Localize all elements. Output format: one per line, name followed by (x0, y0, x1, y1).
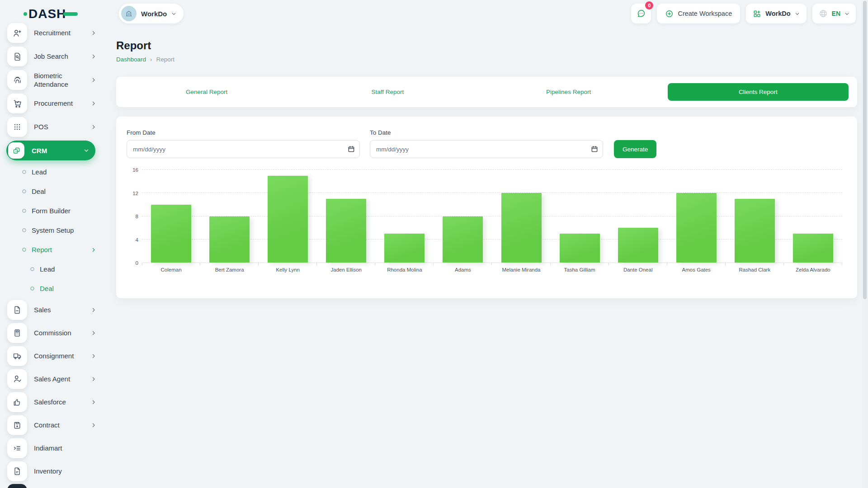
logo-dot (24, 12, 27, 16)
page-scrollbar (862, 0, 868, 488)
fingerprint-icon (7, 70, 27, 90)
tab-staff-report[interactable]: Staff Report (297, 77, 478, 107)
sidebar-subitem-report-deal-active[interactable]: Deal (7, 279, 116, 298)
truck-icon (7, 346, 27, 366)
sidebar-item-label: CRM (32, 147, 47, 155)
language-selector[interactable]: EN (812, 4, 856, 23)
sidebar-item-label: Job Search (34, 52, 68, 61)
x-axis-label: Melanie Miranda (492, 267, 550, 272)
chat-icon (636, 9, 646, 19)
sidebar-item-label: Procurement (34, 99, 73, 108)
from-date-input[interactable] (127, 140, 360, 158)
calculator-icon (7, 323, 27, 343)
sidebar-item-job-search[interactable]: Job Search (7, 45, 116, 68)
sidebar-item-label: Indiamart (34, 444, 62, 453)
sidebar-subitem-report-active[interactable]: Report (7, 240, 116, 259)
calendar-icon[interactable] (591, 145, 598, 153)
sidebar-item-inventory[interactable]: Inventory (7, 460, 116, 483)
dash-logo: DASH (24, 6, 78, 22)
save-icon (7, 415, 27, 435)
chevron-right-icon (91, 77, 96, 83)
sidebar-item-salesforce[interactable]: Salesforce (7, 390, 116, 413)
sidebar-subitem-form-builder[interactable]: Form Builder (7, 201, 116, 221)
chart-bar (735, 199, 775, 263)
workspace-selector[interactable]: WorkDo (119, 4, 184, 23)
sidebar-item-cutoff (7, 484, 27, 488)
from-date-field: From Date (127, 129, 360, 158)
messages-button[interactable]: 0 (631, 4, 651, 23)
chart-y-axis: 0481216 (127, 170, 142, 263)
sidebar-item-commission[interactable]: Commission (7, 321, 116, 344)
sidebar-item-label: Consignment (34, 352, 74, 361)
chevron-separator-icon: › (150, 56, 152, 63)
to-date-label: To Date (370, 129, 603, 136)
sidebar-item-label: Sales (34, 305, 51, 314)
bullet-icon (30, 286, 34, 291)
sidebar-item-label: POS (34, 122, 48, 131)
x-tick (667, 263, 667, 265)
workspace-switcher-button[interactable]: WorkDo (746, 4, 806, 23)
x-tick (491, 263, 492, 265)
sidebar-item-sales[interactable]: Sales (7, 298, 116, 321)
sidebar-item-consignment[interactable]: Consignment (7, 344, 116, 367)
calendar-icon[interactable] (348, 145, 355, 153)
sidebar-subitem-system-setup[interactable]: System Setup (7, 221, 116, 240)
report-filters: From Date To Date Generate (127, 129, 656, 158)
scrollbar-thumb[interactable] (863, 1, 867, 299)
x-tick (142, 263, 142, 265)
chart-slot (492, 170, 550, 263)
chart-bar (151, 205, 191, 263)
sidebar-item-label: Salesforce (34, 398, 66, 407)
bullet-icon (22, 228, 26, 232)
to-date-input[interactable] (370, 140, 603, 158)
globe-icon (819, 9, 828, 18)
chart-slot (317, 170, 375, 263)
chevron-right-icon (91, 307, 96, 313)
grid-dots-icon (7, 117, 27, 137)
file-icon (7, 300, 27, 320)
x-axis-label: Rhonda Molina (375, 267, 434, 272)
sidebar-subitem-lead[interactable]: Lead (7, 162, 116, 182)
x-tick (842, 263, 842, 265)
tab-clients-report-active[interactable]: Clients Report (668, 83, 849, 101)
sidebar-item-indiamart[interactable]: Indiamart (7, 436, 116, 460)
sidebar-item-crm-active[interactable]: CRM (6, 141, 95, 160)
x-tick (433, 263, 434, 265)
sidebar-item-sales-agent[interactable]: Sales Agent (7, 367, 116, 390)
breadcrumb-dashboard-link[interactable]: Dashboard (116, 56, 146, 63)
sidebar-subitem-deal[interactable]: Deal (7, 182, 116, 201)
chart-slot (200, 170, 259, 263)
sidebar-item-label: Sales Agent (34, 375, 70, 384)
sidebar-subitem-report-lead[interactable]: Lead (7, 259, 116, 279)
x-axis-label: Tasha Gilliam (551, 267, 609, 272)
y-tick-label: 4 (136, 237, 138, 243)
tab-general-report[interactable]: General Report (116, 77, 297, 107)
user-check-icon (7, 369, 27, 389)
y-tick-label: 0 (136, 260, 138, 266)
x-axis-label: Rashad Clark (726, 267, 784, 272)
indent-list-icon (7, 438, 27, 458)
sidebar-item-pos[interactable]: POS (7, 115, 116, 139)
sidebar-item-biometric-attendance[interactable]: Biometric Attendance (7, 68, 116, 92)
generate-button[interactable]: Generate (614, 140, 656, 158)
x-axis-label: Jaden Ellison (317, 267, 375, 272)
chevron-right-icon (91, 54, 96, 59)
chart-slot (375, 170, 434, 263)
chart-x-axis: ColemanBert ZamoraKelly LynnJaden Elliso… (142, 267, 842, 272)
chevron-down-icon (795, 11, 800, 16)
workspace-avatar (121, 6, 137, 21)
sidebar: Recruitment Job Search Biometric Attenda… (0, 0, 116, 488)
chart-bar (793, 234, 833, 263)
create-workspace-button[interactable]: Create Workspace (657, 4, 740, 23)
messages-badge: 0 (645, 1, 653, 9)
sidebar-item-contract[interactable]: Contract (7, 413, 116, 436)
language-label: EN (832, 10, 840, 17)
chart-bar (501, 193, 542, 263)
chevron-right-icon (91, 376, 96, 382)
sidebar-item-procurement[interactable]: Procurement (7, 92, 116, 115)
chevron-right-icon (91, 124, 96, 130)
chart-bar (443, 216, 483, 263)
tab-pipelines-report[interactable]: Pipelines Report (478, 77, 659, 107)
chart-slot (434, 170, 492, 263)
bullet-icon (22, 170, 26, 174)
